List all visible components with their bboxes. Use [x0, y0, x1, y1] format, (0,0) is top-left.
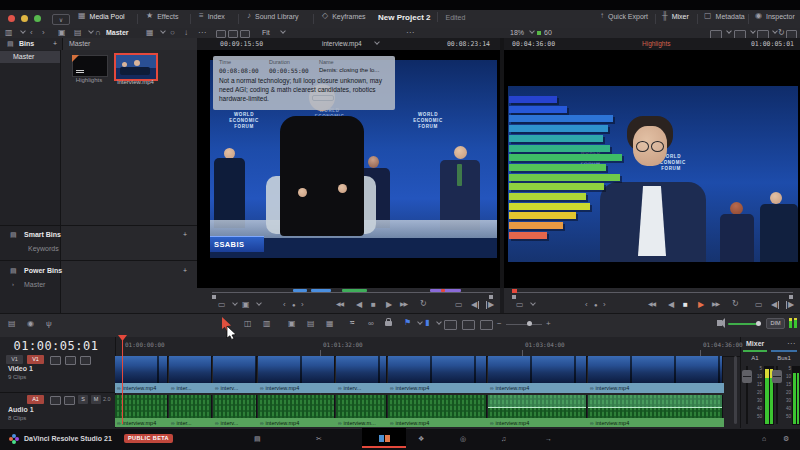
mixer-button[interactable]: ╫ Mixer	[662, 12, 689, 20]
audio-clip[interactable]: ∞interview.mp4	[488, 395, 587, 427]
clip-bin-icon[interactable]: ▣	[58, 29, 66, 37]
audio-automation-line[interactable]	[588, 395, 722, 408]
meter-mini-icon[interactable]	[789, 318, 792, 328]
mixer-options-icon[interactable]: ⋯	[787, 340, 795, 348]
minimize-button[interactable]	[21, 15, 28, 22]
thumb-size-large-icon[interactable]	[240, 30, 250, 38]
jog-left-icon[interactable]: ‹	[585, 301, 588, 309]
timeline-scrubber[interactable]	[512, 292, 793, 293]
grid-view-icon[interactable]: ▦	[146, 29, 154, 37]
track-lock-icon[interactable]	[50, 396, 61, 405]
skip-back-button[interactable]: ◀◀	[336, 301, 343, 307]
sound-library-button[interactable]: ♪ Sound Library	[247, 12, 299, 20]
volume-slider-handle[interactable]	[756, 321, 761, 326]
search-icon[interactable]: ○	[170, 29, 175, 37]
zoom-slider[interactable]	[506, 324, 542, 325]
jog-right-icon[interactable]: ›	[301, 301, 304, 309]
track-lock-icon[interactable]	[50, 356, 61, 365]
timeline-scrubber-playhead[interactable]	[512, 289, 517, 293]
mixer-channel-a1-label[interactable]: A1	[743, 355, 767, 361]
back-icon[interactable]: ‹	[30, 29, 33, 37]
video-clip[interactable]: ∞interview.mp4	[388, 356, 487, 393]
skip-forward-button[interactable]: ▶▶	[400, 301, 407, 307]
power-bin-master[interactable]: Master	[24, 281, 45, 288]
audio-clip[interactable]: ∞interview.mp4	[588, 395, 723, 427]
page-deliver-icon[interactable]: →	[545, 435, 552, 442]
audio-track-name[interactable]: Audio 1	[8, 406, 34, 413]
overwrite-clip-icon[interactable]: ▤	[307, 320, 315, 328]
inspector-button[interactable]: ◉ Inspector	[755, 12, 795, 20]
scrubber-marker[interactable]	[441, 289, 445, 292]
audio-clip[interactable]: ∞interview.m...	[336, 395, 387, 427]
panel-toggle-icon[interactable]: ▥	[5, 29, 13, 37]
timeline-ruler[interactable]	[115, 337, 740, 357]
flag-icon[interactable]: ⚑	[404, 319, 411, 327]
camera-icon[interactable]: ▤	[74, 29, 82, 37]
maximize-button[interactable]	[34, 15, 41, 22]
insert-clip-icon[interactable]: ▣	[288, 320, 296, 328]
video-clip[interactable]: ∞inter...	[169, 356, 212, 393]
match-frame-icon[interactable]: ▭	[755, 301, 763, 309]
goto-out-icon[interactable]: ▶	[786, 301, 794, 309]
video-track-name[interactable]: Video 1	[8, 365, 33, 372]
zoom-custom-icon[interactable]	[480, 320, 493, 330]
page-media-icon[interactable]: ▤	[254, 435, 261, 443]
page-fairlight-icon[interactable]: ♫	[501, 435, 506, 442]
media-item-highlights-thumbnail[interactable]	[72, 55, 108, 77]
add-bin-button[interactable]: +	[53, 40, 57, 47]
jog-dot-icon[interactable]: ●	[594, 302, 598, 308]
timeline-view-options-icon[interactable]: ▤	[8, 320, 16, 328]
gang-icon[interactable]: ▭	[218, 301, 226, 309]
flag-view-icon[interactable]: ◉	[27, 320, 34, 328]
page-fusion-icon[interactable]: ❖	[418, 435, 424, 443]
jog-dot-icon[interactable]: ●	[292, 302, 296, 308]
fader-handle-a1[interactable]	[742, 370, 752, 383]
mixer-channel-bus1-label[interactable]: Bus1	[771, 355, 797, 361]
clip-options-icon[interactable]: ▣	[242, 301, 250, 309]
metadata-button[interactable]: ▢ Metadata	[704, 12, 745, 20]
page-cut-icon[interactable]: ✂	[316, 435, 322, 443]
mute-button[interactable]: M	[91, 395, 101, 404]
bin-tab-master[interactable]: Master	[62, 38, 198, 50]
thumb-size-medium-icon[interactable]	[228, 30, 238, 38]
position-lock-icon[interactable]	[385, 321, 392, 326]
solo-button[interactable]: S	[78, 395, 88, 404]
audio-monitor-icon[interactable]: ∩	[95, 29, 101, 37]
forward-icon[interactable]: ›	[42, 29, 45, 37]
video-clip[interactable]: ∞interview.mp4	[258, 356, 335, 393]
tree-expand-icon[interactable]: ›	[12, 281, 14, 287]
page-color-icon[interactable]: ◎	[460, 435, 466, 443]
bin-dropdown[interactable]: Master	[106, 29, 129, 36]
auto-select-icon[interactable]	[65, 356, 76, 365]
playhead[interactable]	[122, 339, 123, 424]
razor-tool-icon[interactable]: ▥	[263, 320, 271, 328]
viewer-zoom-dropdown[interactable]: Fit	[262, 29, 270, 36]
play-reverse-button[interactable]: ◀	[356, 301, 362, 309]
dim-button[interactable]: DIM	[766, 318, 785, 329]
zoom-full-extent-icon[interactable]	[444, 320, 457, 330]
trim-edit-mode-icon[interactable]: ◫	[244, 320, 252, 328]
audio-clip[interactable]: ∞interview.mp4	[258, 395, 335, 427]
media-item-interview-label[interactable]: interview.mp4	[108, 79, 163, 85]
timeline-viewer-zoom-dropdown[interactable]: 18%	[510, 29, 524, 36]
audio-automation-line[interactable]	[488, 395, 586, 408]
source-scrubber[interactable]	[212, 292, 493, 293]
keyframes-button[interactable]: ◇ Keyframes	[322, 12, 366, 20]
zoom-in-icon[interactable]: +	[546, 320, 551, 328]
audio-track-patch-button[interactable]: A1	[27, 395, 44, 404]
scrubber-marker[interactable]	[293, 289, 307, 292]
close-button[interactable]	[8, 15, 15, 22]
speaker-icon[interactable]	[717, 320, 722, 326]
replace-clip-icon[interactable]: ▦	[326, 320, 334, 328]
loop-button[interactable]: ↻	[732, 300, 739, 308]
scrubber-handle-left[interactable]	[512, 295, 516, 299]
auto-select-icon[interactable]	[64, 396, 75, 405]
zoom-out-icon[interactable]: −	[497, 320, 502, 328]
source-clip-name-dropdown[interactable]: interview.mp4	[322, 40, 362, 47]
skip-forward-button[interactable]: ▶▶	[712, 301, 719, 307]
settings-gear-icon[interactable]: ⚙	[783, 435, 789, 443]
viewer-options-icon[interactable]: ⋯	[406, 29, 414, 37]
add-smart-bin-button[interactable]: +	[183, 231, 187, 238]
timeline-options-icon[interactable]: ▭	[516, 301, 524, 309]
play-reverse-button[interactable]: ◀	[668, 301, 674, 309]
